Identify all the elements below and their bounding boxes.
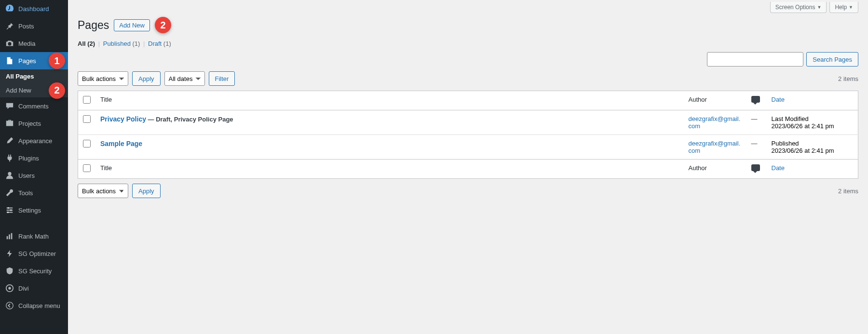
row-checkbox[interactable] [83,140,91,147]
items-count-top: 2 items [838,75,858,82]
date-value: 2023/06/26 at 2:41 pm [772,122,854,130]
camera-icon [5,39,14,48]
chart-icon [5,231,14,241]
column-author-header: Author [684,91,746,110]
sidebar-item-label: Posts [18,23,34,30]
date-label: Last Modified [772,115,854,122]
apply-button-top[interactable]: Apply [132,71,161,86]
date-label: Published [772,140,854,147]
filter-all-count: (2) [87,40,95,47]
chevron-down-icon: ▼ [817,5,821,10]
search-button[interactable]: Search Pages [806,52,858,67]
speedometer-icon [5,4,14,13]
sidebar-item-posts[interactable]: Posts [0,17,68,35]
bulk-actions-select[interactable]: Bulk actions [78,71,128,86]
comment-bubble-icon [751,96,760,103]
sidebar-item-media[interactable]: Media [0,35,68,52]
submenu-item-add-new[interactable]: Add New 2 [0,83,68,97]
sidebar-item-divi[interactable]: Divi [0,280,68,297]
user-icon [5,171,14,180]
submenu-item-all-pages[interactable]: All Pages [0,69,68,83]
filter-all[interactable]: All (2) [78,40,95,47]
add-new-button[interactable]: Add New [114,19,150,31]
bolt-icon [5,249,14,258]
tablenav-left-bottom: Bulk actions Apply [78,184,161,198]
sidebar-item-users[interactable]: Users [0,167,68,184]
comments-dash: — [751,140,758,147]
screen-options-label: Screen Options [775,4,815,11]
tablenav-bottom: Bulk actions Apply 2 items [78,184,858,198]
column-title-footer[interactable]: Title [95,160,684,179]
filter-published-label: Published [103,40,131,47]
date-filter-select[interactable]: All dates [164,71,205,86]
row-checkbox[interactable] [83,115,91,123]
search-row: Search Pages [78,52,858,67]
step-badge-1: 1 [49,53,65,69]
sidebar-item-label: Users [18,172,35,179]
sidebar-item-appearance[interactable]: Appearance [0,132,68,149]
sidebar-item-dashboard[interactable]: Dashboard [0,0,68,17]
sidebar-item-projects[interactable]: Projects [0,115,68,132]
sidebar-item-label: SG Security [18,267,52,275]
comment-bubble-icon [751,164,760,171]
brush-icon [5,136,14,146]
sidebar-item-collapse[interactable]: Collapse menu [0,297,68,314]
author-link[interactable]: deezgrafix@gmail.com [689,140,741,154]
sidebar-item-plugins[interactable]: Plugins [0,149,68,167]
bulk-actions-select-bottom[interactable]: Bulk actions [78,184,128,198]
separator: | [143,40,145,47]
tablenav-top: Bulk actions Apply All dates Filter 2 it… [78,71,858,86]
search-input[interactable] [707,52,803,67]
sidebar-item-label: Divi [18,285,29,292]
sliders-icon [5,205,14,215]
author-link[interactable]: deezgrafix@gmail.com [689,115,741,130]
main-content: Screen Options ▼ Help ▼ Pages Add New 2 … [68,0,868,334]
chevron-down-icon: ▼ [849,5,853,10]
sidebar-item-rank-math[interactable]: Rank Math [0,227,68,245]
column-date-footer[interactable]: Date [767,160,858,179]
sidebar-item-sg-optimizer[interactable]: SG Optimizer [0,245,68,262]
sidebar-item-label: Plugins [18,155,39,162]
date-value: 2023/06/26 at 2:41 pm [772,147,854,154]
sidebar-item-label: Media [18,40,35,47]
divi-icon [5,283,14,293]
column-comments-header[interactable] [746,91,767,110]
column-date-header[interactable]: Date [767,91,858,110]
submenu-item-label: Add New [6,87,31,94]
svg-point-9 [6,302,13,309]
step-badge-heading: 2 [155,17,171,33]
row-title-link[interactable]: Sample Page [100,140,142,147]
filter-published[interactable]: Published (1) [103,40,140,47]
shield-icon [5,266,14,276]
help-toggle[interactable]: Help ▼ [829,2,858,13]
sidebar-item-pages[interactable]: Pages 1 [0,52,68,69]
sidebar-item-tools[interactable]: Tools [0,184,68,201]
column-title-header[interactable]: Title [95,91,684,110]
filter-all-label: All [78,40,86,47]
row-title-link[interactable]: Privacy Policy [100,115,146,123]
sidebar-item-sg-security[interactable]: SG Security [0,262,68,280]
sidebar-submenu-pages: All Pages Add New 2 [0,69,68,97]
sidebar-item-comments[interactable]: Comments [0,97,68,115]
table-row: Privacy Policy — Draft, Privacy Policy P… [78,110,858,135]
page-title: Pages [78,19,109,32]
sidebar-item-label: Collapse menu [18,302,60,309]
separator: | [98,40,100,47]
status-filters: All (2) | Published (1) | Draft (1) [78,40,858,47]
filter-button[interactable]: Filter [209,71,235,86]
select-all-checkbox-top[interactable] [83,96,91,104]
screen-options-toggle[interactable]: Screen Options ▼ [770,2,827,13]
apply-button-bottom[interactable]: Apply [132,184,161,198]
sidebar-item-label: Pages [18,57,36,65]
svg-point-3 [7,212,9,214]
filter-draft-count: (1) [163,40,171,47]
top-bar: Screen Options ▼ Help ▼ [78,0,858,13]
select-all-header [78,91,96,110]
column-comments-footer[interactable] [746,160,767,179]
select-all-checkbox-bottom[interactable] [83,164,91,172]
sidebar-item-label: Settings [18,207,41,214]
svg-rect-5 [9,234,10,239]
svg-rect-4 [7,236,8,239]
filter-draft[interactable]: Draft (1) [148,40,171,47]
sidebar-item-settings[interactable]: Settings [0,201,68,219]
